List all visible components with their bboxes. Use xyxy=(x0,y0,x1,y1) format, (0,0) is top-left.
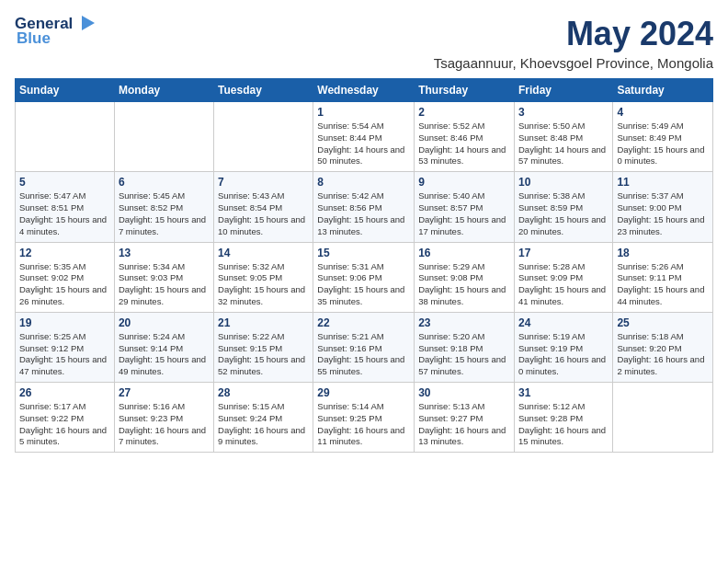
calendar-week-row: 5Sunrise: 5:47 AM Sunset: 8:51 PM Daylig… xyxy=(16,172,713,242)
day-info: Sunrise: 5:26 AM Sunset: 9:11 PM Dayligh… xyxy=(617,261,709,308)
calendar-day-cell xyxy=(16,102,115,172)
subtitle: Tsagaannuur, Khoevsgoel Province, Mongol… xyxy=(434,55,713,71)
day-number: 4 xyxy=(617,106,709,119)
calendar-day-cell: 18Sunrise: 5:26 AM Sunset: 9:11 PM Dayli… xyxy=(613,242,713,312)
day-number: 28 xyxy=(218,386,309,399)
day-info: Sunrise: 5:32 AM Sunset: 9:05 PM Dayligh… xyxy=(218,261,309,308)
day-number: 6 xyxy=(119,176,210,189)
day-info: Sunrise: 5:35 AM Sunset: 9:02 PM Dayligh… xyxy=(19,261,110,308)
weekday-header: Sunday xyxy=(16,79,115,102)
day-info: Sunrise: 5:49 AM Sunset: 8:49 PM Dayligh… xyxy=(617,121,709,167)
day-number: 29 xyxy=(317,386,410,399)
calendar-day-cell: 25Sunrise: 5:18 AM Sunset: 9:20 PM Dayli… xyxy=(613,312,713,382)
title-area: May 2024 Tsagaannuur, Khoevsgoel Provinc… xyxy=(434,15,713,71)
calendar-day-cell: 22Sunrise: 5:21 AM Sunset: 9:16 PM Dayli… xyxy=(313,312,415,382)
day-info: Sunrise: 5:24 AM Sunset: 9:14 PM Dayligh… xyxy=(119,331,210,378)
day-number: 23 xyxy=(418,316,510,329)
day-number: 8 xyxy=(317,176,410,189)
day-number: 3 xyxy=(518,106,609,119)
calendar-day-cell: 3Sunrise: 5:50 AM Sunset: 8:48 PM Daylig… xyxy=(514,102,612,172)
calendar-day-cell: 4Sunrise: 5:49 AM Sunset: 8:49 PM Daylig… xyxy=(613,102,713,172)
calendar-week-row: 12Sunrise: 5:35 AM Sunset: 9:02 PM Dayli… xyxy=(16,242,713,312)
day-info: Sunrise: 5:14 AM Sunset: 9:25 PM Dayligh… xyxy=(317,401,410,448)
weekday-header: Monday xyxy=(114,79,213,102)
calendar-week-row: 1Sunrise: 5:54 AM Sunset: 8:44 PM Daylig… xyxy=(16,102,713,172)
calendar-week-row: 26Sunrise: 5:17 AM Sunset: 9:22 PM Dayli… xyxy=(16,383,713,453)
day-number: 16 xyxy=(418,247,510,259)
calendar-day-cell: 19Sunrise: 5:25 AM Sunset: 9:12 PM Dayli… xyxy=(16,312,115,382)
day-info: Sunrise: 5:28 AM Sunset: 9:09 PM Dayligh… xyxy=(518,261,609,308)
day-info: Sunrise: 5:19 AM Sunset: 9:19 PM Dayligh… xyxy=(518,331,609,378)
weekday-header: Wednesday xyxy=(313,79,415,102)
day-info: Sunrise: 5:50 AM Sunset: 8:48 PM Dayligh… xyxy=(518,121,609,167)
day-number: 18 xyxy=(617,247,709,259)
day-info: Sunrise: 5:22 AM Sunset: 9:15 PM Dayligh… xyxy=(218,331,309,378)
calendar-day-cell: 13Sunrise: 5:34 AM Sunset: 9:03 PM Dayli… xyxy=(114,242,213,312)
calendar-day-cell xyxy=(613,383,713,453)
day-info: Sunrise: 5:13 AM Sunset: 9:27 PM Dayligh… xyxy=(418,401,510,448)
day-number: 5 xyxy=(19,176,110,189)
day-number: 20 xyxy=(119,316,210,329)
day-info: Sunrise: 5:18 AM Sunset: 9:20 PM Dayligh… xyxy=(617,331,709,378)
calendar-day-cell: 27Sunrise: 5:16 AM Sunset: 9:23 PM Dayli… xyxy=(114,383,213,453)
calendar-week-row: 19Sunrise: 5:25 AM Sunset: 9:12 PM Dayli… xyxy=(16,312,713,382)
day-info: Sunrise: 5:20 AM Sunset: 9:18 PM Dayligh… xyxy=(418,331,510,378)
day-info: Sunrise: 5:16 AM Sunset: 9:23 PM Dayligh… xyxy=(119,401,210,448)
calendar-day-cell: 17Sunrise: 5:28 AM Sunset: 9:09 PM Dayli… xyxy=(514,242,612,312)
day-info: Sunrise: 5:52 AM Sunset: 8:46 PM Dayligh… xyxy=(418,121,510,167)
page-container: General Blue May 2024 Tsagaannuur, Khoev… xyxy=(15,15,713,453)
day-number: 26 xyxy=(19,386,110,399)
page-header: General Blue May 2024 Tsagaannuur, Khoev… xyxy=(15,15,713,71)
day-info: Sunrise: 5:43 AM Sunset: 8:54 PM Dayligh… xyxy=(218,190,309,237)
day-number: 10 xyxy=(518,176,609,189)
calendar-day-cell: 12Sunrise: 5:35 AM Sunset: 9:02 PM Dayli… xyxy=(16,242,115,312)
day-number: 7 xyxy=(218,176,309,189)
day-number: 9 xyxy=(418,176,510,189)
day-info: Sunrise: 5:17 AM Sunset: 9:22 PM Dayligh… xyxy=(19,401,110,448)
calendar-day-cell: 29Sunrise: 5:14 AM Sunset: 9:25 PM Dayli… xyxy=(313,383,415,453)
day-info: Sunrise: 5:45 AM Sunset: 8:52 PM Dayligh… xyxy=(119,190,210,237)
calendar-day-cell: 15Sunrise: 5:31 AM Sunset: 9:06 PM Dayli… xyxy=(313,242,415,312)
weekday-header: Tuesday xyxy=(214,79,313,102)
calendar-day-cell: 9Sunrise: 5:40 AM Sunset: 8:57 PM Daylig… xyxy=(415,172,515,242)
day-info: Sunrise: 5:15 AM Sunset: 9:24 PM Dayligh… xyxy=(218,401,309,448)
day-number: 21 xyxy=(218,316,309,329)
day-number: 15 xyxy=(317,247,410,259)
calendar-table: SundayMondayTuesdayWednesdayThursdayFrid… xyxy=(15,78,713,453)
calendar-day-cell: 28Sunrise: 5:15 AM Sunset: 9:24 PM Dayli… xyxy=(214,383,313,453)
svg-marker-0 xyxy=(82,16,95,30)
logo-blue: Blue xyxy=(17,29,51,48)
day-info: Sunrise: 5:40 AM Sunset: 8:57 PM Dayligh… xyxy=(418,190,510,237)
day-number: 27 xyxy=(119,386,210,399)
day-number: 12 xyxy=(19,247,110,259)
calendar-day-cell: 7Sunrise: 5:43 AM Sunset: 8:54 PM Daylig… xyxy=(214,172,313,242)
calendar-day-cell: 6Sunrise: 5:45 AM Sunset: 8:52 PM Daylig… xyxy=(114,172,213,242)
calendar-day-cell: 14Sunrise: 5:32 AM Sunset: 9:05 PM Dayli… xyxy=(214,242,313,312)
main-title: May 2024 xyxy=(434,15,713,53)
day-info: Sunrise: 5:21 AM Sunset: 9:16 PM Dayligh… xyxy=(317,331,410,378)
day-info: Sunrise: 5:31 AM Sunset: 9:06 PM Dayligh… xyxy=(317,261,410,308)
day-number: 2 xyxy=(418,106,510,119)
day-info: Sunrise: 5:54 AM Sunset: 8:44 PM Dayligh… xyxy=(317,121,410,167)
day-info: Sunrise: 5:42 AM Sunset: 8:56 PM Dayligh… xyxy=(317,190,410,237)
calendar-day-cell xyxy=(214,102,313,172)
calendar-day-cell: 21Sunrise: 5:22 AM Sunset: 9:15 PM Dayli… xyxy=(214,312,313,382)
weekday-header: Saturday xyxy=(613,79,713,102)
day-number: 13 xyxy=(119,247,210,259)
calendar-day-cell: 5Sunrise: 5:47 AM Sunset: 8:51 PM Daylig… xyxy=(16,172,115,242)
day-number: 1 xyxy=(317,106,410,119)
calendar-day-cell: 11Sunrise: 5:37 AM Sunset: 9:00 PM Dayli… xyxy=(613,172,713,242)
logo-icon xyxy=(74,16,95,32)
day-number: 30 xyxy=(418,386,510,399)
calendar-day-cell: 26Sunrise: 5:17 AM Sunset: 9:22 PM Dayli… xyxy=(16,383,115,453)
day-info: Sunrise: 5:38 AM Sunset: 8:59 PM Dayligh… xyxy=(518,190,609,237)
calendar-day-cell: 1Sunrise: 5:54 AM Sunset: 8:44 PM Daylig… xyxy=(313,102,415,172)
calendar-header-row: SundayMondayTuesdayWednesdayThursdayFrid… xyxy=(16,79,713,102)
calendar-day-cell: 20Sunrise: 5:24 AM Sunset: 9:14 PM Dayli… xyxy=(114,312,213,382)
day-number: 19 xyxy=(19,316,110,329)
day-number: 14 xyxy=(218,247,309,259)
day-number: 24 xyxy=(518,316,609,329)
day-info: Sunrise: 5:29 AM Sunset: 9:08 PM Dayligh… xyxy=(418,261,510,308)
logo: General Blue xyxy=(15,15,95,48)
day-info: Sunrise: 5:34 AM Sunset: 9:03 PM Dayligh… xyxy=(119,261,210,308)
